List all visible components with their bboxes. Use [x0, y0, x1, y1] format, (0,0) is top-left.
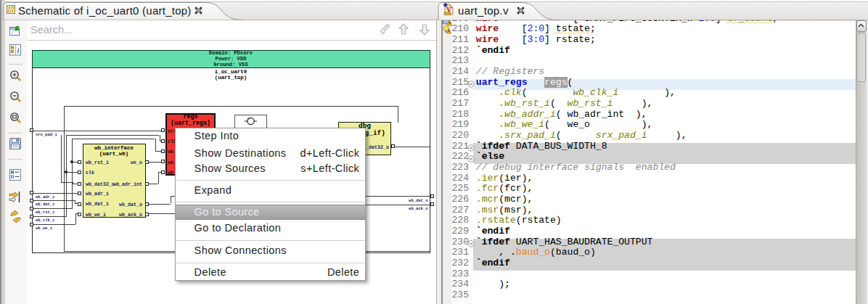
- svg-text:i: i: [17, 46, 19, 54]
